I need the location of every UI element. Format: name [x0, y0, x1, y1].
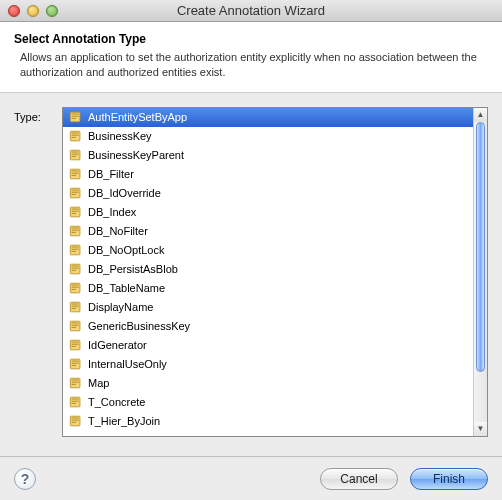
type-list-item-label: DB_IdOverride [88, 187, 161, 199]
annotation-icon [69, 376, 83, 390]
annotation-icon [69, 319, 83, 333]
svg-rect-59 [72, 384, 76, 385]
type-list-item[interactable]: IdGenerator [63, 336, 473, 355]
annotation-icon [69, 338, 83, 352]
svg-rect-51 [72, 346, 76, 347]
svg-rect-23 [72, 213, 76, 214]
cancel-button[interactable]: Cancel [320, 468, 398, 490]
type-list-item[interactable]: BusinessKey [63, 127, 473, 146]
svg-rect-11 [72, 156, 76, 157]
svg-rect-57 [72, 380, 79, 381]
type-list-item-label: T_Hier_ByJoin [88, 415, 160, 427]
annotation-icon [69, 224, 83, 238]
finish-button[interactable]: Finish [410, 468, 488, 490]
svg-rect-65 [72, 418, 79, 419]
svg-rect-26 [72, 230, 79, 231]
window-zoom-button[interactable] [46, 5, 58, 17]
annotation-icon [69, 167, 83, 181]
svg-rect-50 [72, 344, 79, 345]
scroll-up-arrow[interactable]: ▲ [474, 108, 487, 122]
window-title: Create Annotation Wizard [0, 3, 502, 18]
type-list-item[interactable]: DB_Filter [63, 165, 473, 184]
type-list-item[interactable]: T_Hier_ByJoin [63, 412, 473, 431]
window-close-button[interactable] [8, 5, 20, 17]
type-list-item[interactable]: DB_NoOptLock [63, 241, 473, 260]
annotation-icon [69, 357, 83, 371]
type-list-item-label: T_Concrete [88, 396, 145, 408]
type-list-item-label: DB_NoOptLock [88, 244, 164, 256]
svg-rect-42 [72, 306, 79, 307]
svg-rect-27 [72, 232, 76, 233]
type-list-item[interactable]: Map [63, 374, 473, 393]
svg-rect-29 [72, 247, 79, 248]
svg-rect-38 [72, 287, 79, 288]
svg-rect-55 [72, 365, 76, 366]
wizard-description: Allows an application to set the authori… [14, 50, 488, 80]
type-list-item[interactable]: DB_IdOverride [63, 184, 473, 203]
svg-rect-41 [72, 304, 79, 305]
svg-rect-3 [72, 118, 76, 119]
svg-rect-34 [72, 268, 79, 269]
type-list-item-label: DB_PersistAsBlob [88, 263, 178, 275]
svg-rect-1 [72, 114, 79, 115]
type-list-item-label: DB_TableName [88, 282, 165, 294]
svg-rect-37 [72, 285, 79, 286]
type-list-item[interactable]: DB_PersistAsBlob [63, 260, 473, 279]
type-list-item-label: BusinessKeyParent [88, 149, 184, 161]
type-list-item-label: BusinessKey [88, 130, 152, 142]
annotation-icon [69, 300, 83, 314]
svg-rect-46 [72, 325, 79, 326]
type-list-item-label: InternalUseOnly [88, 358, 167, 370]
annotation-icon [69, 243, 83, 257]
type-list-item[interactable]: GenericBusinessKey [63, 317, 473, 336]
window-titlebar: Create Annotation Wizard [0, 0, 502, 22]
svg-rect-39 [72, 289, 76, 290]
type-list-item-label: AuthEntitySetByApp [88, 111, 187, 123]
svg-rect-31 [72, 251, 76, 252]
type-list-item-label: DB_Filter [88, 168, 134, 180]
type-list-item[interactable]: DB_NoFilter [63, 222, 473, 241]
svg-rect-17 [72, 190, 79, 191]
annotation-icon [69, 414, 83, 428]
annotation-icon [69, 129, 83, 143]
wizard-footer: ? Cancel Finish [0, 456, 502, 500]
window-minimize-button[interactable] [27, 5, 39, 17]
svg-rect-7 [72, 137, 76, 138]
svg-rect-43 [72, 308, 76, 309]
svg-rect-19 [72, 194, 76, 195]
scroll-thumb[interactable] [476, 122, 485, 372]
svg-rect-14 [72, 173, 79, 174]
svg-rect-9 [72, 152, 79, 153]
help-icon: ? [21, 471, 30, 487]
wizard-header: Select Annotation Type Allows an applica… [0, 22, 502, 93]
svg-rect-10 [72, 154, 79, 155]
type-list-item-label: IdGenerator [88, 339, 147, 351]
svg-rect-25 [72, 228, 79, 229]
svg-rect-45 [72, 323, 79, 324]
scrollbar[interactable]: ▲ ▼ [473, 108, 487, 436]
svg-rect-63 [72, 403, 76, 404]
type-list-item-label: Map [88, 377, 109, 389]
type-list-item[interactable]: DisplayName [63, 298, 473, 317]
svg-rect-58 [72, 382, 79, 383]
annotation-icon [69, 395, 83, 409]
type-list-item[interactable]: T_Concrete [63, 393, 473, 412]
annotation-icon [69, 148, 83, 162]
type-list-item-label: DB_Index [88, 206, 136, 218]
type-list-item-label: DB_NoFilter [88, 225, 148, 237]
type-list-item[interactable]: BusinessKeyParent [63, 146, 473, 165]
type-list-item[interactable]: InternalUseOnly [63, 355, 473, 374]
type-listbox[interactable]: AuthEntitySetByAppBusinessKeyBusinessKey… [62, 107, 488, 437]
type-list-item[interactable]: DB_TableName [63, 279, 473, 298]
svg-rect-67 [72, 422, 76, 423]
type-list-item[interactable]: DB_Index [63, 203, 473, 222]
type-list-item-label: DisplayName [88, 301, 153, 313]
svg-rect-66 [72, 420, 79, 421]
svg-rect-61 [72, 399, 79, 400]
help-button[interactable]: ? [14, 468, 36, 490]
svg-rect-6 [72, 135, 79, 136]
wizard-title: Select Annotation Type [14, 32, 488, 46]
svg-rect-15 [72, 175, 76, 176]
type-list-item[interactable]: AuthEntitySetByApp [63, 108, 473, 127]
scroll-down-arrow[interactable]: ▼ [474, 422, 487, 436]
